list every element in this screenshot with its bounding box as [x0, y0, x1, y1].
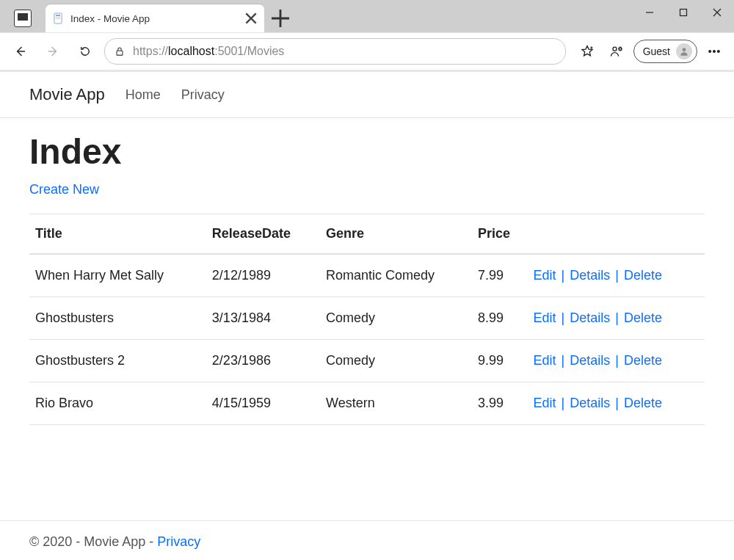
cell-price: 3.99	[472, 382, 528, 425]
create-new-link[interactable]: Create New	[29, 182, 99, 197]
close-icon	[713, 8, 722, 17]
svg-point-10	[713, 51, 716, 53]
details-link[interactable]: Details	[570, 396, 610, 410]
profile-label: Guest	[643, 46, 670, 57]
edit-link[interactable]: Edit	[534, 268, 556, 283]
toolbar-right: Guest	[575, 39, 727, 64]
action-separator: |	[556, 353, 570, 368]
svg-point-9	[709, 51, 711, 53]
svg-point-6	[613, 47, 617, 51]
minimize-icon	[645, 8, 654, 17]
nav-reload-button[interactable]	[72, 38, 98, 65]
cell-price: 9.99	[472, 340, 528, 382]
url-scheme: https://	[133, 45, 168, 57]
details-link[interactable]: Details	[570, 310, 610, 325]
table-row: Ghostbusters3/13/1984Comedy8.99Edit | De…	[29, 297, 705, 340]
svg-rect-2	[56, 17, 60, 18]
brand-link[interactable]: Movie App	[29, 85, 105, 104]
ellipsis-icon	[707, 44, 722, 59]
maximize-icon	[679, 8, 688, 17]
site-footer: © 2020 - Movie App - Privacy	[0, 520, 734, 560]
action-separator: |	[610, 310, 624, 325]
col-header-title: Title	[29, 214, 206, 255]
table-row: Ghostbusters 22/23/1986Comedy9.99Edit | …	[29, 340, 705, 382]
table-header-row: Title ReleaseDate Genre Price	[29, 214, 705, 255]
site-navbar: Movie App Home Privacy	[0, 72, 734, 118]
action-separator: |	[556, 268, 570, 283]
browser-toolbar: https://localhost:5001/Movies Guest	[0, 32, 734, 72]
cell-price: 7.99	[472, 254, 528, 297]
svg-point-11	[718, 51, 720, 53]
tab-title: Index - Movie App	[70, 13, 238, 24]
details-link[interactable]: Details	[570, 353, 610, 368]
window-minimize-button[interactable]	[633, 0, 666, 25]
cell-title: Ghostbusters 2	[29, 340, 206, 382]
cell-genre: Western	[320, 382, 472, 425]
plus-icon	[269, 7, 292, 30]
url-path: /Movies	[244, 45, 284, 57]
delete-link[interactable]: Delete	[624, 396, 662, 410]
cell-releasedate: 3/13/1984	[206, 297, 320, 340]
action-separator: |	[556, 396, 570, 410]
edit-link[interactable]: Edit	[534, 310, 556, 325]
cell-price: 8.99	[472, 297, 528, 340]
nav-back-button[interactable]	[7, 38, 34, 65]
edit-link[interactable]: Edit	[534, 396, 556, 410]
page-title: Index	[29, 131, 705, 172]
svg-rect-1	[56, 15, 60, 16]
svg-rect-5	[117, 51, 123, 55]
edge-app-icon	[14, 10, 32, 27]
nav-forward-button[interactable]	[40, 38, 66, 65]
cell-actions: Edit | Details | Delete	[528, 297, 705, 340]
cell-genre: Comedy	[320, 340, 472, 382]
footer-text: © 2020 - Movie App -	[29, 534, 157, 549]
delete-link[interactable]: Delete	[624, 310, 662, 325]
cell-releasedate: 2/23/1986	[206, 340, 320, 382]
arrow-left-icon	[14, 45, 27, 58]
url-port: :5001	[214, 45, 244, 57]
window-controls	[633, 0, 734, 25]
more-menu-button[interactable]	[702, 39, 727, 64]
cell-releasedate: 2/12/1989	[206, 254, 320, 297]
browser-tab-active[interactable]: Index - Movie App	[46, 4, 264, 32]
favorites-button[interactable]	[575, 39, 600, 64]
avatar-icon	[676, 43, 692, 59]
new-tab-button[interactable]	[269, 7, 292, 30]
details-link[interactable]: Details	[570, 268, 610, 283]
col-header-actions	[528, 214, 705, 255]
svg-point-7	[619, 48, 621, 50]
action-separator: |	[556, 310, 570, 325]
url-host: localhost	[168, 45, 214, 57]
url-text: https://localhost:5001/Movies	[133, 45, 556, 58]
action-separator: |	[610, 396, 624, 410]
cell-actions: Edit | Details | Delete	[528, 382, 705, 425]
window-close-button[interactable]	[700, 0, 734, 25]
profile-button[interactable]: Guest	[633, 40, 697, 63]
table-row: When Harry Met Sally2/12/1989Romantic Co…	[29, 254, 705, 297]
svg-rect-3	[56, 18, 60, 19]
delete-link[interactable]: Delete	[624, 353, 662, 368]
browser-titlebar: Index - Movie App	[0, 0, 734, 32]
table-row: Rio Bravo4/15/1959Western3.99Edit | Deta…	[29, 382, 705, 425]
window-maximize-button[interactable]	[666, 0, 700, 25]
browser-app-menu[interactable]	[9, 4, 37, 32]
nav-home-link[interactable]: Home	[126, 87, 161, 103]
person-gear-icon	[609, 44, 624, 59]
collections-button[interactable]	[604, 39, 629, 64]
page-favicon-icon	[53, 12, 65, 24]
cell-actions: Edit | Details | Delete	[528, 340, 705, 382]
arrow-right-icon	[46, 45, 59, 58]
col-header-genre: Genre	[320, 214, 472, 255]
page-viewport: Movie App Home Privacy Index Create New …	[0, 72, 734, 560]
cell-releasedate: 4/15/1959	[206, 382, 320, 425]
footer-privacy-link[interactable]: Privacy	[157, 534, 200, 549]
address-bar[interactable]: https://localhost:5001/Movies	[104, 38, 566, 65]
movies-table: Title ReleaseDate Genre Price When Harry…	[29, 214, 705, 425]
cell-actions: Edit | Details | Delete	[528, 254, 705, 297]
tab-close-button[interactable]	[244, 11, 258, 26]
edit-link[interactable]: Edit	[534, 353, 556, 368]
delete-link[interactable]: Delete	[624, 268, 662, 283]
star-plus-icon	[580, 44, 595, 59]
lock-icon	[114, 46, 126, 57]
nav-privacy-link[interactable]: Privacy	[181, 87, 225, 103]
